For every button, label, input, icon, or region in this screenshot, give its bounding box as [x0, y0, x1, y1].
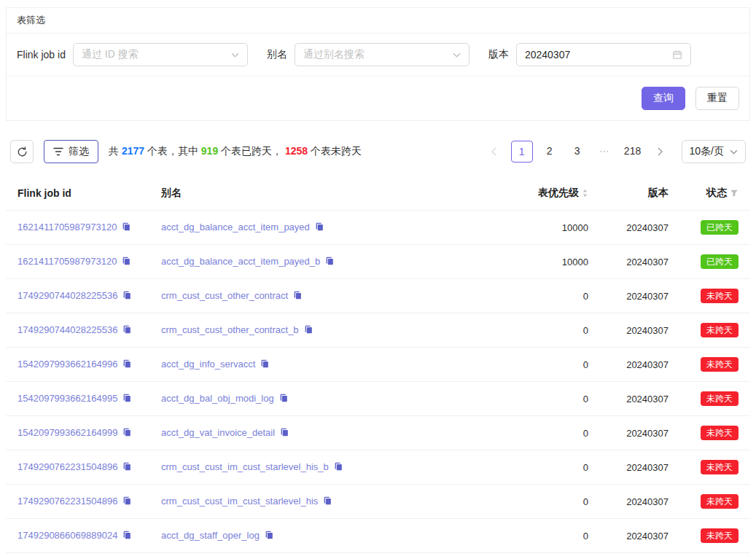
pagination-ellipsis[interactable]: ⋯ — [594, 141, 616, 163]
page-button-3[interactable]: 3 — [566, 141, 588, 163]
copy-icon[interactable] — [264, 530, 274, 542]
table-row: 1749290866069889024 acct_dg_staff_oper_l… — [6, 519, 750, 553]
alias-link[interactable]: acct_dg_vat_invoice_detail — [161, 427, 275, 438]
table-row: 1542097993662164995 acct_dg_bal_obj_modi… — [6, 382, 750, 416]
alias-select[interactable]: 通过别名搜索 — [295, 43, 469, 66]
filter-funnel-icon[interactable] — [730, 189, 739, 198]
filter-lines-icon — [53, 147, 63, 156]
summary-part: 个表，其中 — [144, 145, 201, 157]
alias-link[interactable]: crm_cust_cust_other_contract_b — [161, 324, 299, 335]
filter-toggle-label: 筛选 — [69, 145, 89, 158]
version-value: 20240307 — [600, 450, 680, 485]
copy-icon[interactable] — [122, 359, 132, 371]
copy-icon[interactable] — [122, 496, 132, 508]
status-badge: 未跨天 — [701, 460, 739, 474]
status-badge: 未跨天 — [701, 494, 739, 509]
filter-toggle-button[interactable]: 筛选 — [44, 140, 98, 163]
copy-icon[interactable] — [122, 393, 132, 405]
copy-icon[interactable] — [278, 393, 289, 405]
copy-icon[interactable] — [122, 530, 132, 542]
chevron-down-icon — [730, 149, 738, 155]
copy-icon[interactable] — [260, 359, 270, 371]
priority-value: 0 — [498, 450, 600, 485]
table-header-row: Flink job id 别名 表优先级 版本 状态 — [6, 179, 750, 211]
column-header-alias: 别名 — [149, 179, 498, 211]
copy-icon[interactable] — [303, 324, 313, 337]
filter-card-title: 表筛选 — [7, 8, 749, 34]
flink-job-id-link[interactable]: 1542097993662164996 — [17, 359, 117, 370]
sort-icon[interactable] — [582, 188, 588, 198]
prev-page-button[interactable] — [483, 141, 505, 163]
status-badge: 未跨天 — [701, 528, 739, 543]
table-row: 1749290744028225536 crm_cust_cust_other_… — [6, 279, 750, 313]
flink-job-id-link[interactable]: 1749290744028225536 — [17, 290, 117, 301]
page-button-2[interactable]: 2 — [539, 141, 561, 163]
column-header-status-label: 状态 — [706, 187, 727, 200]
priority-value: 0 — [498, 519, 600, 553]
version-value: 20240307 — [600, 382, 680, 416]
status-badge: 未跨天 — [701, 357, 739, 372]
alias-link[interactable]: crm_cust_cust_im_cust_starlevel_his_b — [161, 461, 329, 472]
filter-card: 表筛选 Flink job id 通过 ID 搜索 别名 通过别名搜索 — [6, 7, 750, 121]
flink-job-id-link[interactable]: 1621411705987973120 — [17, 256, 117, 267]
flink-job-id-link[interactable]: 1542097993662164999 — [17, 427, 117, 438]
copy-icon[interactable] — [121, 222, 131, 234]
reset-button[interactable]: 重置 — [695, 87, 739, 110]
flink-job-id-link[interactable]: 1749290866069889024 — [17, 530, 117, 541]
alias-link[interactable]: acct_dg_info_servacct — [161, 359, 255, 370]
column-header-priority[interactable]: 表优先级 — [498, 179, 600, 211]
flink-job-id-link[interactable]: 1621411705987973120 — [17, 222, 117, 232]
summary-crossed: 919 — [201, 145, 218, 157]
refresh-icon — [17, 146, 28, 157]
copy-icon[interactable] — [122, 324, 132, 337]
priority-value: 0 — [498, 348, 600, 382]
alias-link[interactable]: acct_dg_bal_obj_modi_log — [161, 393, 274, 404]
next-page-button[interactable] — [650, 141, 671, 163]
alias-label: 别名 — [267, 48, 287, 61]
alias-link[interactable]: acct_dg_staff_oper_log — [161, 530, 260, 541]
alias-link[interactable]: crm_cust_cust_other_contract — [161, 290, 288, 301]
filter-row: Flink job id 通过 ID 搜索 别名 通过别名搜索 — [7, 34, 749, 77]
column-header-status: 状态 — [680, 179, 750, 211]
copy-icon[interactable] — [322, 496, 332, 508]
alias-placeholder: 通过别名搜索 — [303, 48, 447, 61]
copy-icon[interactable] — [122, 461, 132, 474]
copy-icon[interactable] — [314, 222, 324, 234]
flink-job-id-link[interactable]: 1749290762231504896 — [17, 461, 117, 472]
flink-job-id-link[interactable]: 1749290744028225536 — [17, 324, 117, 335]
tables-table: Flink job id 别名 表优先级 版本 状态 — [6, 179, 750, 553]
copy-icon[interactable] — [122, 427, 132, 439]
refresh-button[interactable] — [10, 140, 34, 163]
flink-job-id-select[interactable]: 通过 ID 搜索 — [73, 43, 248, 66]
priority-value: 0 — [498, 485, 600, 519]
flink-job-id-link[interactable]: 1542097993662164995 — [17, 393, 117, 404]
alias-link[interactable]: acct_dg_balance_acct_item_payed_b — [161, 256, 320, 267]
summary-uncrossed: 1258 — [285, 145, 308, 157]
copy-icon[interactable] — [333, 461, 343, 474]
page-size-select[interactable]: 10条/页 — [682, 140, 746, 163]
status-badge: 未跨天 — [701, 289, 739, 303]
flink-job-id-link[interactable]: 1749290762231504896 — [17, 496, 117, 507]
copy-icon[interactable] — [279, 427, 289, 439]
page-button-1[interactable]: 1 — [511, 141, 533, 163]
copy-icon[interactable] — [292, 290, 303, 302]
alias-link[interactable]: crm_cust_cust_im_cust_starlevel_his — [161, 496, 318, 507]
version-date-picker[interactable]: 20240307 — [516, 43, 691, 66]
status-badge: 已跨天 — [701, 220, 739, 235]
query-button[interactable]: 查询 — [642, 87, 685, 110]
version-value: 20240307 — [600, 313, 680, 348]
status-badge: 未跨天 — [701, 426, 739, 440]
table-row: 1749290744028225536 crm_cust_cust_other_… — [6, 313, 750, 348]
status-badge: 已跨天 — [701, 254, 739, 269]
copy-icon[interactable] — [324, 256, 335, 268]
copy-icon[interactable] — [121, 256, 131, 268]
page-size-label: 10条/页 — [690, 145, 724, 158]
page-button-last[interactable]: 218 — [622, 141, 644, 163]
version-value: 20240307 — [600, 519, 680, 553]
alias-link[interactable]: acct_dg_balance_acct_item_payed — [161, 222, 310, 232]
priority-value: 10000 — [498, 245, 600, 279]
table-row: 1749290762231504896 crm_cust_cust_im_cus… — [6, 485, 750, 519]
flink-job-id-placeholder: 通过 ID 搜索 — [82, 48, 225, 61]
copy-icon[interactable] — [122, 290, 132, 302]
version-value: 20240307 — [600, 348, 680, 382]
